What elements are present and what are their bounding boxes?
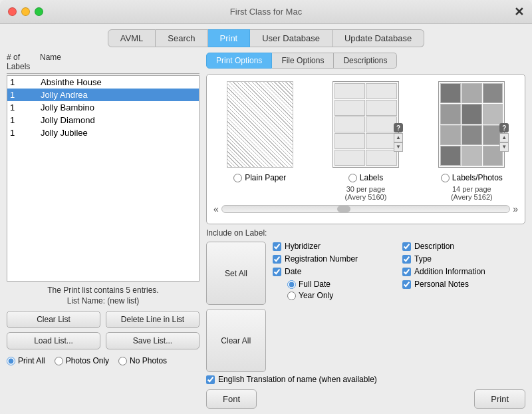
list-item[interactable]: 1 Jolly Diamond bbox=[7, 114, 199, 126]
radio-print-all[interactable]: Print All bbox=[7, 356, 45, 365]
list-item[interactable]: 1 Jolly Andrea bbox=[7, 89, 199, 101]
checkboxes-col2: Description Type Addition Information Pe… bbox=[402, 242, 525, 372]
window-title: First Class for Mac bbox=[230, 7, 302, 17]
labels-label: Labels bbox=[360, 173, 383, 182]
tab-print[interactable]: Print bbox=[208, 29, 251, 47]
set-all-button[interactable]: Set All bbox=[206, 242, 266, 305]
addition-information-checkbox[interactable]: Addition Information bbox=[402, 267, 525, 276]
save-list-button[interactable]: Save List... bbox=[106, 332, 200, 349]
labels-photos-label: Labels/Photos bbox=[452, 173, 503, 182]
date-sub-radios: Full Date Year Only bbox=[287, 280, 396, 300]
checkboxes-col1: Hybridizer Registration Number Date Full… bbox=[273, 242, 396, 372]
clear-all-button[interactable]: Clear AlI bbox=[206, 309, 266, 372]
translation-row: English Translation of name (when availa… bbox=[206, 375, 525, 384]
maximize-button[interactable] bbox=[35, 7, 43, 16]
right-panel: Print Options File Options Descriptions … bbox=[206, 53, 525, 409]
set-clear-buttons: Set All Clear AlI bbox=[206, 242, 266, 372]
date-checkbox[interactable]: Date bbox=[273, 267, 396, 276]
labels-radio-row: Labels bbox=[348, 173, 383, 182]
include-label: Include on Label: bbox=[206, 228, 525, 238]
sub-tabs: Print Options File Options Descriptions bbox=[206, 53, 525, 69]
radio-no-photos[interactable]: No Photos bbox=[118, 356, 167, 365]
options-area: Set All Clear AlI Hybridizer Registratio… bbox=[206, 242, 525, 372]
labels-option: ? ▲ ▼ Labels 30 per page(Avery 5160 bbox=[332, 81, 399, 201]
print-button[interactable]: Print bbox=[474, 389, 525, 409]
print-list-table[interactable]: 1 Absinthe House 1 Jolly Andrea 1 Jolly … bbox=[7, 75, 200, 282]
nav-tabs: AVML Search Print User Database Update D… bbox=[0, 24, 532, 47]
delete-line-button[interactable]: Delete Line in List bbox=[106, 311, 200, 328]
plain-paper-preview bbox=[227, 81, 293, 168]
list-info: The Print list contains 5 entries. bbox=[7, 286, 200, 295]
app-window: First Class for Mac ✕ AVML Search Print … bbox=[0, 0, 532, 414]
font-button[interactable]: Font bbox=[206, 389, 257, 409]
plain-paper-radio[interactable] bbox=[233, 174, 242, 182]
paper-options-box: Plain Paper bbox=[206, 74, 525, 224]
registration-number-checkbox[interactable]: Registration Number bbox=[273, 254, 396, 264]
photos-question-badge[interactable]: ? bbox=[499, 123, 509, 132]
labels-preview bbox=[332, 81, 399, 168]
col-label-num: # of Labels bbox=[7, 53, 40, 71]
scroll-left-icon[interactable]: « bbox=[213, 204, 219, 214]
labels-photos-radio-row: Labels/Photos bbox=[441, 173, 503, 182]
clear-list-button[interactable]: Clear List bbox=[7, 311, 100, 328]
labels-radio[interactable] bbox=[348, 174, 357, 182]
labels-desc: 30 per page(Avery 5160) bbox=[345, 185, 387, 201]
plain-paper-label: Plain Paper bbox=[245, 173, 286, 182]
plain-paper-radio-row: Plain Paper bbox=[233, 173, 286, 182]
tab-user-database[interactable]: User Database bbox=[250, 29, 332, 47]
tab-avml[interactable]: AVML bbox=[108, 29, 156, 47]
minimize-button[interactable] bbox=[21, 7, 30, 16]
labels-photos-radio[interactable] bbox=[441, 174, 450, 182]
bottom-buttons: Font Print bbox=[206, 389, 525, 409]
list-header: # of Labels Name bbox=[7, 53, 200, 74]
labels-question-badge[interactable]: ? bbox=[394, 123, 403, 132]
list-item[interactable]: 1 Absinthe House bbox=[7, 76, 199, 89]
tab-search[interactable]: Search bbox=[156, 29, 207, 47]
photos-stepper[interactable]: ▲ ▼ bbox=[499, 133, 509, 149]
translation-checkbox[interactable]: English Translation of name (when availa… bbox=[206, 375, 525, 384]
scroll-thumb bbox=[337, 206, 350, 212]
scroll-row: « » bbox=[213, 204, 518, 214]
photos-preview bbox=[438, 81, 505, 168]
window-controls bbox=[8, 7, 43, 16]
radio-photos-only[interactable]: Photos Only bbox=[55, 356, 109, 365]
labels-photos-option: ? ▲ ▼ Labels/Photos 14 per page(Ave bbox=[438, 81, 505, 201]
labels-stepper[interactable]: ▲ ▼ bbox=[394, 133, 403, 149]
close-button[interactable] bbox=[8, 7, 17, 16]
list-buttons-row1: Clear List Delete Line in List bbox=[7, 311, 200, 328]
year-only-radio[interactable]: Year Only bbox=[287, 291, 396, 300]
print-mode-radios: Print All Photos Only No Photos bbox=[7, 356, 200, 365]
load-list-button[interactable]: Load List... bbox=[7, 332, 100, 349]
description-checkbox[interactable]: Description bbox=[402, 242, 525, 251]
full-date-radio[interactable]: Full Date bbox=[287, 280, 396, 289]
paper-options: Plain Paper bbox=[213, 81, 518, 201]
list-name: List Name: (new list) bbox=[7, 296, 200, 306]
tab-update-database[interactable]: Update Database bbox=[332, 29, 424, 47]
main-content: # of Labels Name 1 Absinthe House 1 Joll… bbox=[0, 47, 532, 414]
list-item[interactable]: 1 Jolly Bambino bbox=[7, 101, 199, 114]
type-checkbox[interactable]: Type bbox=[402, 254, 525, 264]
list-buttons-row2: Load List... Save List... bbox=[7, 332, 200, 349]
labels-photos-desc: 14 per page(Avery 5162) bbox=[451, 185, 493, 201]
tab-print-options[interactable]: Print Options bbox=[206, 53, 272, 69]
left-panel: # of Labels Name 1 Absinthe House 1 Joll… bbox=[7, 53, 200, 409]
list-item[interactable]: 1 Jolly Jubilee bbox=[7, 126, 199, 139]
plain-paper-option: Plain Paper bbox=[227, 81, 293, 182]
tab-file-options[interactable]: File Options bbox=[272, 53, 334, 69]
col-label-name: Name bbox=[40, 53, 200, 71]
personal-notes-checkbox[interactable]: Personal Notes bbox=[402, 280, 525, 289]
scroll-right-icon[interactable]: » bbox=[513, 204, 518, 214]
hybridizer-checkbox[interactable]: Hybridizer bbox=[273, 242, 396, 251]
titlebar: First Class for Mac ✕ bbox=[0, 0, 532, 24]
scroll-track[interactable] bbox=[221, 205, 510, 213]
close-icon[interactable]: ✕ bbox=[514, 6, 524, 18]
tab-descriptions[interactable]: Descriptions bbox=[334, 53, 397, 69]
